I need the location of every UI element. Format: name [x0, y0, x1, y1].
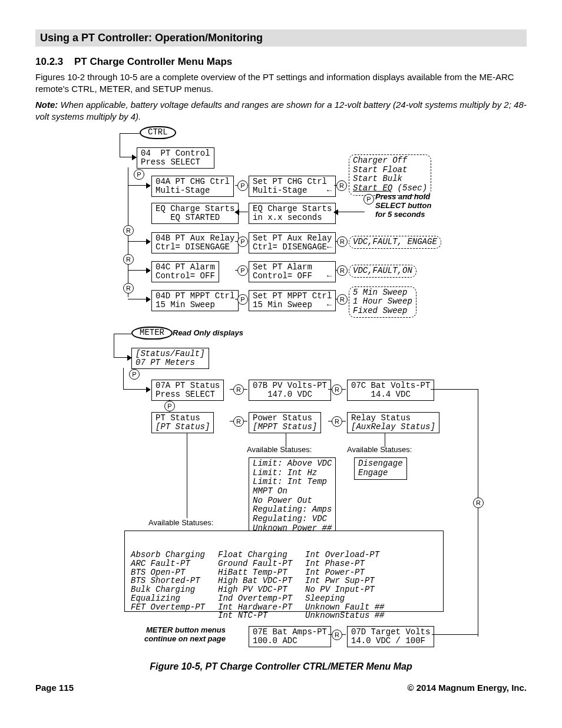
box-pt-status: PT Status [PT Status]: [151, 412, 214, 433]
rotary-badge: R: [123, 283, 134, 294]
figure-caption: Figure 10-5, PT Charge Controller CTRL/M…: [35, 661, 527, 672]
press-badge: P: [164, 401, 175, 411]
meter-continue-label: METER button menus continue on next page: [144, 626, 226, 644]
press-badge: P: [363, 194, 374, 205]
box-eq-seconds: EQ Charge Starts in x.x seconds: [249, 203, 336, 224]
connector: [114, 334, 114, 357]
avail-hdr-power: Available Statuses:: [247, 446, 312, 454]
mppt-options: 5 Min Sweep 1 Hour Sweep Fixed Sweep: [349, 286, 416, 318]
pt-statuses-box: Absorb Charging ARC Fault-PT BTS Open-PT…: [124, 531, 444, 612]
connector: [120, 157, 136, 157]
alarm-options: VDC,FAULT,ON: [349, 265, 416, 278]
connector: [334, 212, 365, 212]
note-paragraph: Note: When applicable, battery voltage d…: [35, 99, 527, 123]
connector: [235, 212, 248, 212]
press-badge: P: [134, 169, 144, 180]
pt-status-col3: Int Overload-PT Int Phase-PT Int Power-P…: [305, 551, 384, 620]
box-eq-started: EQ Charge Starts EQ STARTED: [151, 203, 239, 224]
box-04d: 04D PT MPPT Ctrl 15 Min Sweep: [151, 290, 239, 311]
rotary-badge: R: [337, 294, 348, 305]
press-badge: P: [237, 180, 248, 191]
box-set-chg: Set PT CHG Ctrl Multi-Stage ←: [249, 176, 336, 197]
box-07c: 07C Bat Volts-PT 14.4 VDC: [347, 380, 434, 401]
box-04b: 04B PT Aux Relay Ctrl= DISENGAGE: [151, 232, 239, 253]
connector: [114, 334, 131, 334]
box-set-mppt: Set PT MPPT Ctrl 15 Min Sweep ←: [249, 290, 336, 311]
page-title: Using a PT Controller: Operation/Monitor…: [40, 32, 263, 44]
rotary-badge: R: [332, 630, 342, 640]
connector: [114, 357, 131, 358]
rotary-badge: R: [233, 384, 244, 395]
rotary-badge: R: [123, 254, 134, 265]
page-footer: Page 115 © 2014 Magnum Energy, Inc.: [35, 683, 527, 693]
section-number: 10.2.3: [35, 56, 63, 68]
connector: [123, 368, 124, 389]
box-set-aux: Set PT Aux Relay Ctrl= DISENGAGE←: [249, 232, 336, 253]
box-04c: 04C PT Alarm Control= OFF: [151, 261, 219, 282]
chg-options: Charger Off Start Float Start Bulk Start…: [349, 154, 431, 196]
pt-status-col2: Float Charging Ground Fault-PT HiBatt Te…: [218, 551, 292, 620]
ctrl-root-box: 04 PT Control Press SELECT: [137, 147, 214, 169]
connector: [187, 433, 187, 518]
ctrl-oval: CTRL: [140, 126, 176, 139]
section-heading: 10.2.3 PT Charge Controller Menu Maps: [35, 56, 527, 68]
rotary-badge: R: [337, 236, 348, 247]
menu-map-diagram: CTRL 04 PT Control Press SELECT P R R R …: [57, 126, 505, 651]
rotary-badge: R: [473, 498, 484, 508]
rotary-badge: R: [123, 225, 134, 236]
box-07d: 07D Target Volts 14.0 VDC / 100F: [347, 626, 434, 647]
box-04a: 04A PT CHG Ctrl Multi-Stage: [151, 176, 234, 197]
press-hold-note: Press and hold SELECT button for 5 secon…: [375, 193, 431, 219]
pt-status-col1: Absorb Charging ARC Fault-PT BTS Open-PT…: [131, 551, 205, 620]
avail-hdr-relay: Available Statuses:: [347, 446, 412, 454]
rotary-badge: R: [337, 265, 348, 276]
connector: [431, 389, 478, 390]
copyright: © 2014 Magnum Energy, Inc.: [408, 683, 527, 693]
connector: [120, 133, 120, 157]
box-set-alarm: Set PT Alarm Control= OFF ←: [249, 261, 336, 282]
connector: [120, 133, 140, 134]
note-label: Note:: [35, 100, 58, 110]
meter-oval: METER: [131, 327, 173, 340]
connector: [128, 241, 150, 242]
page-title-bar: Using a PT Controller: Operation/Monitor…: [35, 29, 527, 47]
press-badge: P: [237, 294, 248, 305]
box-07a: 07A PT Status Press SELECT: [151, 380, 224, 401]
rotary-badge: R: [233, 416, 244, 427]
box-power-status: Power Status [MPPT Status]: [249, 412, 321, 433]
rotary-badge: R: [336, 180, 347, 191]
connector: [128, 185, 150, 186]
box-relay-status: Relay Status [AuxRelay Status]: [347, 412, 439, 433]
avail-hdr-pt: Available Statuses:: [148, 519, 213, 527]
rotary-badge: R: [332, 416, 342, 427]
connector: [478, 389, 478, 637]
meter-root-box: [Status/Fault] 07 PT Meters: [131, 348, 209, 369]
relay-statuses-box: Disengage Engage: [354, 457, 407, 480]
box-07b: 07B PV Volts-PT 147.0 VDC: [249, 380, 331, 401]
box-07e: 07E Bat Amps-PT 100.0 ADC: [249, 626, 331, 647]
aux-options: VDC,FAULT, ENGAGE: [349, 236, 441, 249]
connector: [432, 634, 478, 635]
connector: [123, 389, 150, 390]
read-only-label: Read Only displays: [173, 329, 243, 337]
press-badge: P: [129, 369, 140, 380]
rotary-badge: R: [332, 384, 342, 395]
connector: [128, 299, 150, 299]
page-number: Page 115: [35, 683, 74, 693]
section-title: PT Charge Controller Menu Maps: [74, 56, 232, 67]
press-badge: P: [237, 236, 248, 247]
connector: [128, 270, 150, 271]
note-body: When applicable, battery voltage default…: [35, 100, 527, 121]
intro-paragraph: Figures 10-2 through 10-5 are a complete…: [35, 71, 527, 95]
press-badge: P: [237, 265, 248, 276]
power-statuses-box: Limit: Above VDC Limit: Int Hz Limit: In…: [249, 457, 336, 535]
